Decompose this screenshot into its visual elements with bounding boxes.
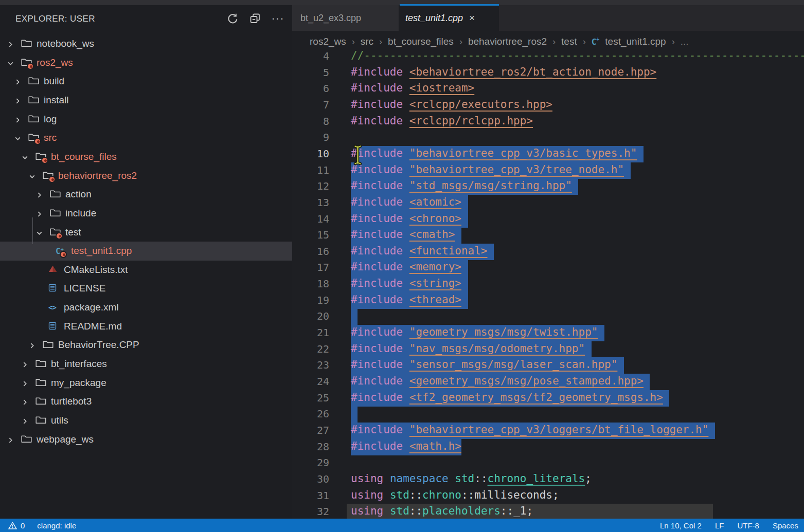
breadcrumb-item-bt_course_files[interactable]: bt_course_files	[388, 36, 454, 47]
tree-item-notebook_ws[interactable]: notebook_ws	[0, 34, 292, 53]
breadcrumb-separator-icon: ›	[459, 36, 462, 47]
ibeam-cursor-icon	[353, 144, 363, 169]
tree-item-test_unit1.cpp[interactable]: C+test_unit1.cpp	[0, 242, 292, 261]
code-line-10: 10#include "behaviortree_cpp_v3/basic_ty…	[292, 146, 804, 162]
refresh-icon[interactable]	[225, 11, 240, 26]
code-line-31: 31using std::chrono::milliseconds;	[292, 488, 804, 504]
line-number: 25	[292, 392, 329, 404]
xml-icon: <>	[48, 303, 56, 312]
tab-test_unit1[interactable]: test_unit1.cpp ×	[399, 5, 499, 31]
code-text: #include <geometry_msgs/msg/pose_stamped…	[351, 375, 644, 387]
cursor-position[interactable]: Ln 10, Col 2	[660, 521, 702, 530]
tree-item-log[interactable]: log	[0, 110, 292, 129]
line-number: 12	[292, 180, 329, 192]
eol-indicator[interactable]: LF	[715, 521, 724, 530]
chevron-right-icon	[14, 78, 21, 87]
chevron-right-icon	[7, 436, 14, 446]
tree-item-label: include	[65, 208, 96, 219]
code-editor[interactable]: 4//-------------------------------------…	[292, 48, 804, 519]
line-number: 4	[292, 50, 329, 62]
indent-indicator[interactable]: Spaces	[773, 521, 798, 530]
tree-item-behaviortree_ros2[interactable]: behaviortree_ros2	[0, 167, 292, 186]
chevron-down-icon	[22, 154, 28, 163]
encoding-indicator[interactable]: UTF-8	[737, 521, 759, 530]
tree-item-ros2_ws[interactable]: ros2_ws	[0, 53, 292, 72]
tree-item-my_package[interactable]: my_package	[0, 374, 292, 393]
code-line-23: 23#include "sensor_msgs/msg/laser_scan.h…	[292, 357, 804, 374]
code-line-29: 29	[292, 455, 804, 471]
problems-indicator[interactable]: 0	[8, 521, 25, 530]
collapse-folders-icon[interactable]	[248, 11, 262, 26]
selection-highlight	[351, 308, 358, 325]
status-right: Ln 10, Col 2 LF UTF-8 Spaces	[660, 519, 798, 532]
tree-item-label: turtlebot3	[51, 396, 92, 407]
tree-item-label: README.md	[64, 321, 122, 332]
clangd-status[interactable]: clangd: idle	[37, 521, 76, 530]
tree-item-install[interactable]: install	[0, 91, 292, 110]
code-text: #include <tf2_geometry_msgs/tf2_geometry…	[351, 391, 663, 403]
tree-item-CMakeLists.txt[interactable]: CMakeLists.txt	[0, 261, 292, 280]
error-badge	[48, 176, 56, 183]
tree-item-build[interactable]: build	[0, 72, 292, 91]
tree-item-LICENSE[interactable]: LICENSE	[0, 279, 292, 298]
chevron-right-icon	[36, 191, 43, 200]
tree-item-bt_interfaces[interactable]: bt_interfaces	[0, 355, 292, 374]
error-badge	[34, 138, 41, 145]
breadcrumb-item-...[interactable]: ...	[681, 36, 689, 47]
code-text: #include <string>	[351, 277, 461, 289]
tree-item-bt_course_files[interactable]: bt_course_files	[0, 148, 292, 167]
chevron-right-icon	[22, 361, 28, 370]
chevron-right-icon	[22, 417, 28, 427]
tree-item-README.md[interactable]: README.md	[0, 317, 292, 336]
code-line-8: 8#include <rclcpp/rclcpp.hpp>	[292, 114, 804, 130]
error-badge	[41, 157, 48, 164]
breadcrumb-item-src[interactable]: src	[361, 36, 373, 47]
breadcrumb-item-test_unit1.cpp[interactable]: test_unit1.cpp	[605, 36, 666, 47]
file-tree: notebook_wsros2_wsbuildinstalllogsrcbt_c…	[0, 34, 292, 519]
tree-item-action[interactable]: action	[0, 185, 292, 204]
tree-item-label: my_package	[51, 377, 106, 389]
tab-bt_u2_ex3[interactable]: bt_u2_ex3.cpp	[292, 5, 399, 31]
line-number: 27	[292, 424, 329, 436]
line-number: 10	[292, 148, 329, 160]
error-badge	[27, 63, 34, 70]
book-icon	[48, 322, 57, 332]
tree-item-BehaviorTree.CPP[interactable]: BehaviorTree.CPP	[0, 336, 292, 355]
code-line-15: 15#include <cmath>	[292, 227, 804, 244]
warning-count: 0	[21, 521, 25, 530]
more-actions-icon[interactable]: ···	[271, 11, 285, 26]
line-number: 17	[292, 261, 329, 273]
folder-icon	[35, 378, 46, 389]
code-line-13: 13#include <atomic>	[292, 195, 804, 211]
code-text: using std::placeholders::_1;	[351, 505, 533, 517]
tree-item-webpage_ws[interactable]: webpage_ws	[0, 430, 292, 449]
code-line-18: 18#include <string>	[292, 276, 804, 292]
code-text: //--------------------------------------…	[351, 49, 804, 62]
breadcrumb-item-behaviortree_ros2[interactable]: behaviortree_ros2	[468, 36, 547, 47]
tree-item-label: install	[44, 95, 69, 106]
tree-item-package.xml[interactable]: <>package.xml	[0, 298, 292, 317]
cmake-icon	[48, 265, 57, 274]
folder-icon	[35, 416, 46, 426]
code-line-28: 28#include <math.h>	[292, 439, 804, 455]
folder-icon	[28, 115, 39, 125]
line-number: 8	[292, 115, 329, 127]
close-icon[interactable]: ×	[469, 12, 475, 24]
tree-item-src[interactable]: src	[0, 129, 292, 148]
tree-item-include[interactable]: include	[0, 204, 292, 223]
explorer-sidebar: EXPLORER: USER ··· notebook_wsros2_wsbui…	[0, 5, 292, 519]
error-badge	[60, 251, 67, 258]
tree-item-label: package.xml	[64, 302, 119, 313]
tree-item-test[interactable]: test	[0, 223, 292, 242]
tree-item-label: log	[44, 114, 57, 125]
code-text: #include <iostream>	[351, 82, 474, 94]
breadcrumb-item-test[interactable]: test	[561, 36, 577, 47]
breadcrumb-item-ros2_ws[interactable]: ros2_ws	[310, 36, 346, 47]
line-number: 6	[292, 82, 329, 95]
code-line-16: 16#include <functional>	[292, 244, 804, 260]
line-number: 32	[292, 505, 329, 518]
tree-item-turtlebot3[interactable]: turtlebot3	[0, 392, 292, 411]
indent-guide	[32, 217, 33, 244]
active-tab-accent	[400, 4, 499, 6]
tree-item-utils[interactable]: utils	[0, 411, 292, 430]
